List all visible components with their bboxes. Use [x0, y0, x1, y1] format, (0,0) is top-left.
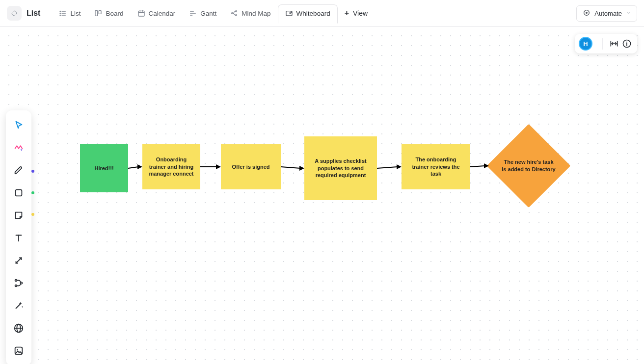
sticky-color-dot: [31, 213, 34, 216]
view-tab-label: List: [70, 10, 80, 17]
svg-point-18: [236, 15, 237, 16]
add-view-label: View: [353, 9, 368, 17]
svg-line-22: [128, 167, 138, 168]
svg-marker-23: [137, 164, 142, 169]
info-icon[interactable]: [620, 37, 633, 50]
svg-point-45: [15, 285, 17, 287]
svg-point-52: [17, 349, 18, 351]
view-tab-mindmap[interactable]: Mind Map: [223, 5, 277, 21]
fit-to-screen-icon[interactable]: [608, 37, 620, 50]
board-view-icon: [94, 9, 102, 17]
header-right: Automate: [576, 5, 637, 22]
sticky-note[interactable]: Hired!!!: [80, 144, 128, 192]
whiteboard-view-icon: [285, 10, 293, 18]
svg-point-21: [586, 12, 588, 13]
view-tab-calendar[interactable]: Calendar: [131, 5, 183, 21]
svg-marker-27: [299, 166, 304, 171]
connector-arrow[interactable]: [279, 163, 308, 172]
sticky-note-text: Hired!!!: [94, 165, 113, 172]
divider: [602, 38, 603, 50]
svg-line-26: [281, 167, 300, 168]
tool-select[interactable]: [8, 114, 29, 136]
canvas-top-right-panel: H: [575, 34, 637, 53]
svg-line-43: [16, 258, 22, 263]
svg-point-36: [626, 42, 627, 43]
plus-icon: +: [345, 9, 349, 18]
diamond-text: The new hire's task is added to Director…: [487, 124, 570, 208]
svg-marker-25: [216, 164, 221, 169]
sticky-note-text: A supplies checklist populates to send r…: [309, 157, 372, 180]
chevron-down-icon: [626, 10, 632, 17]
svg-point-5: [60, 13, 60, 13]
tool-web[interactable]: [8, 317, 29, 339]
svg-point-4: [60, 11, 60, 11]
view-tab-list[interactable]: List: [52, 5, 87, 21]
sticky-note-text: The onboarding trainer reviews the task: [406, 156, 465, 178]
svg-text:+: +: [20, 148, 23, 153]
view-tab-whiteboard[interactable]: Whiteboard: [278, 4, 338, 24]
svg-point-44: [15, 280, 17, 282]
connector-arrow[interactable]: [468, 162, 493, 171]
sticky-note[interactable]: Offer is signed: [221, 144, 281, 189]
gantt-view-icon: [189, 9, 197, 17]
svg-marker-29: [397, 164, 402, 169]
svg-point-17: [236, 11, 237, 12]
tool-magic[interactable]: [8, 295, 29, 316]
view-tab-label: Calendar: [149, 10, 176, 17]
tool-connector[interactable]: [8, 250, 29, 271]
list-type-icon[interactable]: [7, 6, 22, 21]
sticky-note-text: Onboarding trainer and hiring manager co…: [147, 156, 195, 178]
svg-line-30: [470, 166, 485, 167]
connector-arrow[interactable]: [198, 163, 225, 171]
svg-point-0: [12, 11, 16, 15]
svg-line-47: [16, 304, 20, 308]
views-tabs: List Board Calendar Gantt Mind Map: [52, 4, 375, 23]
tool-pen[interactable]: [8, 159, 29, 181]
add-view-button[interactable]: + View: [338, 5, 375, 22]
pen-color-dot: [31, 170, 34, 173]
sticky-note[interactable]: The onboarding trainer reviews the task: [402, 144, 470, 189]
svg-line-28: [377, 167, 398, 168]
tool-relationship[interactable]: [8, 272, 29, 294]
view-tab-label: Board: [106, 10, 123, 17]
automation-icon: [583, 9, 590, 18]
header-bar: List List Board Calendar Gantt: [0, 0, 644, 27]
view-tab-label: Whiteboard: [296, 10, 330, 17]
tool-text[interactable]: [8, 227, 29, 249]
tool-sticky[interactable]: [8, 205, 29, 226]
shape-color-dot: [31, 191, 34, 194]
svg-rect-40: [16, 190, 22, 196]
automate-button[interactable]: Automate: [576, 5, 637, 22]
tool-ai[interactable]: +: [8, 137, 29, 158]
whiteboard-canvas[interactable]: Hired!!!Onboarding trainer and hiring ma…: [0, 27, 644, 364]
whiteboard-toolbox: +: [6, 110, 31, 364]
svg-rect-9: [138, 11, 144, 16]
header-left: List: [7, 6, 45, 21]
calendar-view-icon: [137, 9, 145, 17]
automate-label: Automate: [594, 10, 622, 17]
sticky-note[interactable]: Onboarding trainer and hiring manager co…: [142, 144, 200, 189]
view-tab-board[interactable]: Board: [87, 5, 130, 21]
svg-marker-31: [484, 163, 489, 168]
view-tab-label: Mind Map: [242, 10, 270, 17]
svg-point-16: [232, 13, 233, 14]
list-view-icon: [59, 9, 67, 17]
sticky-note-text: Offer is signed: [232, 163, 269, 171]
svg-point-46: [21, 282, 23, 284]
view-tab-gantt[interactable]: Gantt: [182, 5, 223, 21]
tool-image[interactable]: [8, 340, 29, 362]
mindmap-view-icon: [230, 9, 238, 17]
list-title: List: [27, 9, 40, 18]
diamond-node[interactable]: The new hire's task is added to Director…: [487, 124, 570, 208]
tool-shape[interactable]: [8, 182, 29, 204]
svg-marker-38: [16, 122, 22, 129]
svg-point-6: [60, 15, 60, 15]
svg-rect-8: [99, 11, 102, 14]
connector-arrow[interactable]: [126, 163, 146, 172]
view-tab-label: Gantt: [200, 10, 216, 17]
connector-arrow[interactable]: [375, 163, 405, 172]
sticky-note[interactable]: A supplies checklist populates to send r…: [304, 136, 377, 200]
canvas-wrapper: Hired!!!Onboarding trainer and hiring ma…: [0, 27, 644, 364]
avatar[interactable]: H: [579, 37, 592, 51]
svg-rect-7: [95, 11, 98, 16]
